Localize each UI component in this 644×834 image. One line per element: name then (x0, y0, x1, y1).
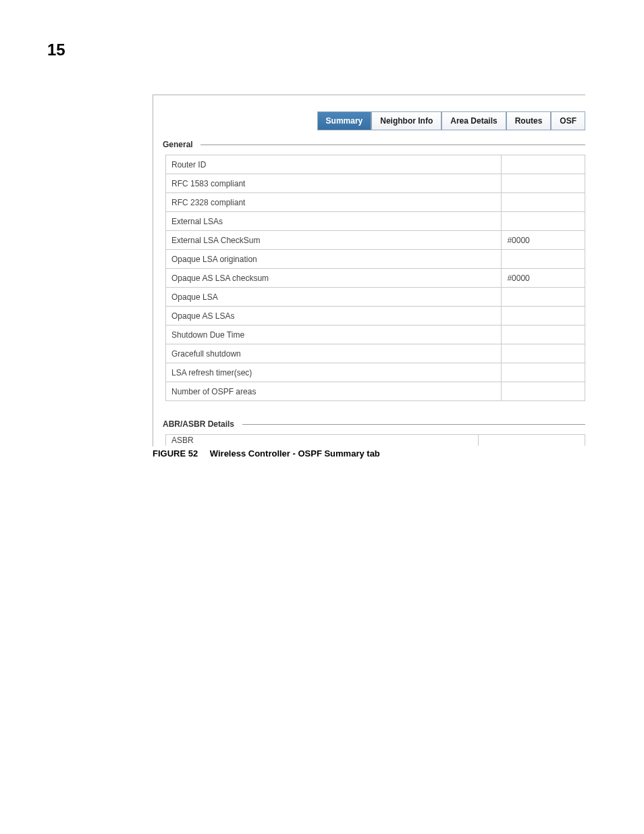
table-row: ASBR (166, 435, 585, 446)
row-value (502, 307, 585, 325)
section-abr-label: ABR/ASBR Details (163, 419, 238, 429)
table-row: Opaque AS LSA checksum#0000 (166, 269, 585, 288)
general-table: Router IDRFC 1583 compliantRFC 2328 comp… (165, 155, 585, 401)
figure-caption: FIGURE 52 Wireless Controller - OSPF Sum… (153, 448, 380, 459)
row-value (502, 325, 585, 344)
row-value (502, 212, 585, 231)
row-value (502, 288, 585, 307)
row-value (502, 344, 585, 363)
figure-text: Wireless Controller - OSPF Summary tab (210, 448, 380, 459)
table-row: Opaque AS LSAs (166, 307, 585, 325)
row-label: External LSA CheckSum (166, 231, 502, 250)
row-value (478, 435, 585, 446)
row-label: RFC 2328 compliant (166, 193, 502, 212)
tab-osf[interactable]: OSF (551, 111, 585, 130)
ospf-panel: SummaryNeighbor InfoArea DetailsRoutesOS… (153, 95, 585, 446)
abr-table: ASBR (165, 434, 585, 446)
figure-label: FIGURE 52 (153, 448, 198, 459)
row-value (502, 382, 585, 401)
table-row: Router ID (166, 155, 585, 174)
table-row: Opaque LSA origination (166, 250, 585, 269)
section-abr-rule (242, 424, 585, 425)
table-row: RFC 1583 compliant (166, 174, 585, 193)
row-value (502, 174, 585, 193)
row-label: Shutdown Due Time (166, 325, 502, 344)
row-label: Gracefull shutdown (166, 344, 502, 363)
row-label: External LSAs (166, 212, 502, 231)
row-value (502, 250, 585, 269)
tab-bar: SummaryNeighbor InfoArea DetailsRoutesOS… (317, 111, 585, 130)
row-value (502, 193, 585, 212)
tab-neighbor-info[interactable]: Neighbor Info (371, 111, 441, 130)
row-label: Opaque LSA (166, 288, 502, 307)
table-row: Opaque LSA (166, 288, 585, 307)
row-value: #0000 (502, 231, 585, 250)
row-label: Number of OSPF areas (166, 382, 502, 401)
row-label: Opaque AS LSA checksum (166, 269, 502, 288)
table-row: LSA refresh timer(sec) (166, 363, 585, 382)
row-value (502, 155, 585, 174)
table-row: Shutdown Due Time (166, 325, 585, 344)
table-row: External LSA CheckSum#0000 (166, 231, 585, 250)
section-general-label: General (163, 140, 197, 149)
table-row: Gracefull shutdown (166, 344, 585, 363)
row-label: Opaque LSA origination (166, 250, 502, 269)
row-label: Opaque AS LSAs (166, 307, 502, 325)
tab-routes[interactable]: Routes (506, 111, 552, 130)
table-row: Number of OSPF areas (166, 382, 585, 401)
row-label: LSA refresh timer(sec) (166, 363, 502, 382)
row-value (502, 363, 585, 382)
table-row: External LSAs (166, 212, 585, 231)
row-label: RFC 1583 compliant (166, 174, 502, 193)
row-label: Router ID (166, 155, 502, 174)
row-label: ASBR (166, 435, 479, 446)
row-value: #0000 (502, 269, 585, 288)
table-row: RFC 2328 compliant (166, 193, 585, 212)
tab-area-details[interactable]: Area Details (441, 111, 506, 130)
section-general-rule (200, 145, 585, 145)
page-number: 15 (47, 41, 65, 59)
tab-summary[interactable]: Summary (317, 111, 372, 130)
